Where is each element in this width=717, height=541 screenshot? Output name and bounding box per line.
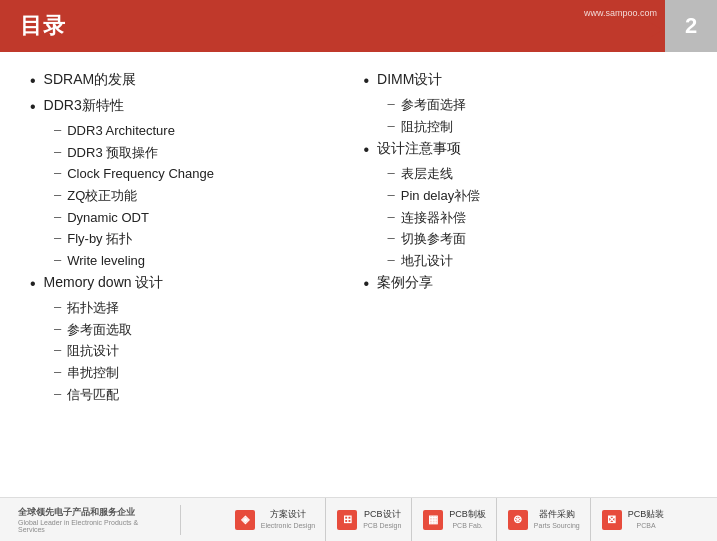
sub-item-label: Clock Frequency Change xyxy=(67,165,214,183)
right-column: •DIMM设计–参考面选择–阻抗控制•设计注意事项–表层走线–Pin delay… xyxy=(364,70,688,487)
sub-item-label: DDR3 Architecture xyxy=(67,122,175,140)
sub-list-item: –Write leveling xyxy=(54,252,344,270)
footer-company: 全球领先电子产品和服务企业 Global Leader in Electroni… xyxy=(0,506,180,533)
sub-list-item: –参考面选取 xyxy=(54,321,344,339)
service-label: PCB设计PCB Design xyxy=(363,509,401,530)
main-item-label: 设计注意事项 xyxy=(377,139,461,159)
dash-icon: – xyxy=(54,252,61,267)
sub-item-label: 阻抗控制 xyxy=(401,118,453,136)
service-label: PCB制板PCB Fab. xyxy=(449,509,486,530)
sub-list-item: –切换参考面 xyxy=(388,230,678,248)
sub-list-item: –ZQ校正功能 xyxy=(54,187,344,205)
sub-list-item: –参考面选择 xyxy=(388,96,678,114)
sub-list-item: –拓扑选择 xyxy=(54,299,344,317)
dash-icon: – xyxy=(388,252,395,267)
dash-icon: – xyxy=(54,321,61,336)
service-label: PCB贴装PCBA xyxy=(628,509,665,530)
left-column: •SDRAM的发展•DDR3新特性–DDR3 Architecture–DDR3… xyxy=(30,70,364,487)
service-label: 方案设计Electronic Design xyxy=(261,509,315,530)
service-icon: ▦ xyxy=(422,509,444,531)
dash-icon: – xyxy=(388,230,395,245)
dash-icon: – xyxy=(54,209,61,224)
company-name-en: Global Leader in Electronic Products & S… xyxy=(18,519,162,533)
dash-icon: – xyxy=(54,299,61,314)
footer-services: ◈方案设计Electronic Design⊞PCB设计PCB Design▦P… xyxy=(181,498,717,542)
sub-list-item: –阻抗控制 xyxy=(388,118,678,136)
sub-list-item: –连接器补偿 xyxy=(388,209,678,227)
footer: 全球领先电子产品和服务企业 Global Leader in Electroni… xyxy=(0,497,717,541)
bullet-icon: • xyxy=(364,274,370,293)
sub-item-label: 串扰控制 xyxy=(67,364,119,382)
sub-list-item: –DDR3 Architecture xyxy=(54,122,344,140)
sub-list-item: –Fly-by 拓扑 xyxy=(54,230,344,248)
dash-icon: – xyxy=(54,122,61,137)
sub-list-item: –阻抗设计 xyxy=(54,342,344,360)
sub-list-item: –表层走线 xyxy=(388,165,678,183)
footer-service-item: ◈方案设计Electronic Design xyxy=(224,498,326,542)
cursor-icon xyxy=(649,22,663,38)
sub-item-label: 拓扑选择 xyxy=(67,299,119,317)
footer-service-item: ▦PCB制板PCB Fab. xyxy=(412,498,497,542)
sub-item-label: Fly-by 拓扑 xyxy=(67,230,132,248)
dash-icon: – xyxy=(388,96,395,111)
service-icon: ⊛ xyxy=(507,509,529,531)
dash-icon: – xyxy=(54,165,61,180)
sub-item-label: 参考面选择 xyxy=(401,96,466,114)
dash-icon: – xyxy=(388,118,395,133)
dash-icon: – xyxy=(54,144,61,159)
main-item-label: 案例分享 xyxy=(377,273,433,293)
sub-item-label: 参考面选取 xyxy=(67,321,132,339)
bullet-icon: • xyxy=(30,274,36,293)
page-number: 2 xyxy=(665,0,717,52)
main-item-label: SDRAM的发展 xyxy=(44,70,137,90)
sub-item-label: Write leveling xyxy=(67,252,145,270)
dash-icon: – xyxy=(388,165,395,180)
sub-list-item: –Dynamic ODT xyxy=(54,209,344,227)
service-label: 器件采购Parts Sourcing xyxy=(534,509,580,530)
dash-icon: – xyxy=(388,209,395,224)
dash-icon: – xyxy=(54,386,61,401)
company-name-zh: 全球领先电子产品和服务企业 xyxy=(18,506,162,519)
sub-item-label: Pin delay补偿 xyxy=(401,187,480,205)
footer-service-item: ⊞PCB设计PCB Design xyxy=(326,498,412,542)
sub-item-label: 切换参考面 xyxy=(401,230,466,248)
website-label: www.sampoo.com xyxy=(584,8,657,18)
service-icon: ⊠ xyxy=(601,509,623,531)
sub-list-item: –DDR3 预取操作 xyxy=(54,144,344,162)
dash-icon: – xyxy=(54,187,61,202)
footer-service-item: ⊠PCB贴装PCBA xyxy=(591,498,675,542)
main-content: •SDRAM的发展•DDR3新特性–DDR3 Architecture–DDR3… xyxy=(0,52,717,497)
dash-icon: – xyxy=(388,187,395,202)
bullet-icon: • xyxy=(364,140,370,159)
list-item: •DIMM设计 xyxy=(364,70,678,90)
service-icon: ⊞ xyxy=(336,509,358,531)
list-item: •DDR3新特性 xyxy=(30,96,344,116)
sub-item-label: Dynamic ODT xyxy=(67,209,149,227)
bullet-icon: • xyxy=(30,71,36,90)
page-title: 目录 xyxy=(20,11,66,41)
sub-item-label: 阻抗设计 xyxy=(67,342,119,360)
sub-item-label: ZQ校正功能 xyxy=(67,187,137,205)
sub-item-label: 地孔设计 xyxy=(401,252,453,270)
header: 目录 www.sampoo.com 2 xyxy=(0,0,717,52)
sub-item-label: 连接器补偿 xyxy=(401,209,466,227)
sub-list-item: –信号匹配 xyxy=(54,386,344,404)
sub-list-item: –地孔设计 xyxy=(388,252,678,270)
list-item: •Memory down 设计 xyxy=(30,273,344,293)
bullet-icon: • xyxy=(364,71,370,90)
footer-service-item: ⊛器件采购Parts Sourcing xyxy=(497,498,591,542)
list-item: •SDRAM的发展 xyxy=(30,70,344,90)
main-item-label: DIMM设计 xyxy=(377,70,442,90)
list-item: •案例分享 xyxy=(364,273,678,293)
list-item: •设计注意事项 xyxy=(364,139,678,159)
sub-list-item: –串扰控制 xyxy=(54,364,344,382)
sub-list-item: –Pin delay补偿 xyxy=(388,187,678,205)
main-item-label: DDR3新特性 xyxy=(44,96,124,116)
dash-icon: – xyxy=(54,230,61,245)
sub-item-label: 信号匹配 xyxy=(67,386,119,404)
service-icon: ◈ xyxy=(234,509,256,531)
bullet-icon: • xyxy=(30,97,36,116)
dash-icon: – xyxy=(54,364,61,379)
main-item-label: Memory down 设计 xyxy=(44,273,164,293)
sub-list-item: –Clock Frequency Change xyxy=(54,165,344,183)
